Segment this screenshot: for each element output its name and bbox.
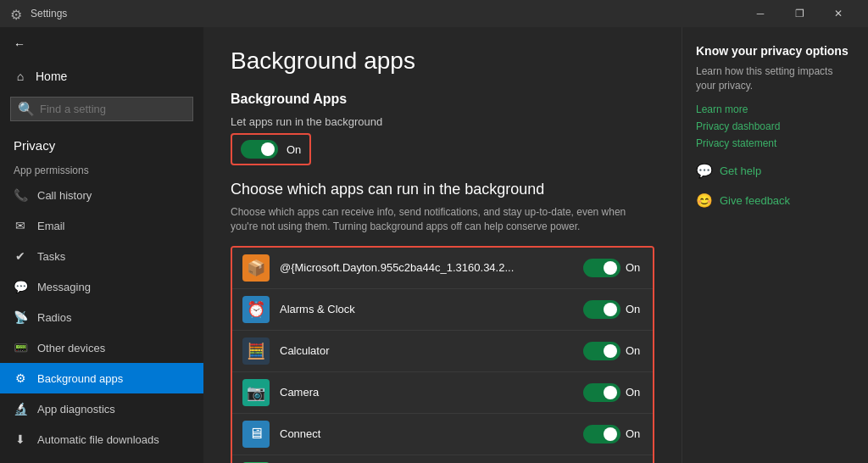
- connect-toggle-label: On: [626, 427, 643, 440]
- dayton-name: @{Microsoft.Dayton.955c2ba44c_1.3160.34.…: [280, 261, 573, 274]
- radios-label: Radios: [37, 311, 71, 324]
- close-button[interactable]: ✕: [819, 0, 858, 27]
- calculator-icon: 🧮: [242, 337, 270, 365]
- dayton-toggle-label: On: [626, 261, 643, 274]
- choose-section-title: Choose which apps can run in the backgro…: [231, 181, 654, 198]
- minimize-button[interactable]: ─: [741, 0, 780, 27]
- app-row-camera: 📷 Camera On: [232, 372, 653, 414]
- search-box[interactable]: 🔍: [10, 97, 193, 121]
- search-input[interactable]: [40, 103, 186, 115]
- sidebar-item-email[interactable]: ✉ Email: [0, 210, 203, 241]
- background-apps-icon: ⚙: [14, 371, 27, 385]
- email-icon: ✉: [14, 219, 27, 232]
- messaging-label: Messaging: [37, 281, 91, 293]
- calculator-name: Calculator: [280, 344, 573, 357]
- get-help-action[interactable]: 💬 Get help: [696, 163, 854, 179]
- privacy-dashboard-link[interactable]: Privacy dashboard: [696, 120, 854, 132]
- app-row-alarms-clock: ⏰ Alarms & Clock On: [232, 289, 653, 331]
- sidebar-item-home[interactable]: ⌂ Home: [0, 61, 203, 92]
- right-panel: Know your privacy options Learn how this…: [682, 27, 868, 463]
- alarms-clock-toggle[interactable]: [583, 300, 620, 319]
- give-feedback-icon: 😊: [696, 192, 713, 209]
- app-container: ← ⌂ Home 🔍 Privacy App permissions 📞 Cal…: [0, 27, 868, 463]
- toggle-description: Let apps run in the background: [231, 115, 654, 128]
- tasks-label: Tasks: [37, 250, 65, 263]
- radios-icon: 📡: [14, 310, 27, 324]
- sidebar-item-tasks[interactable]: ✔ Tasks: [0, 241, 203, 271]
- settings-window-icon: ⚙: [10, 7, 24, 20]
- get-help-icon: 💬: [696, 163, 713, 179]
- right-panel-desc: Learn how this setting impacts your priv…: [696, 64, 854, 93]
- search-icon: 🔍: [18, 101, 35, 117]
- sidebar-item-background-apps[interactable]: ⚙ Background apps: [0, 363, 203, 393]
- learn-more-link[interactable]: Learn more: [696, 103, 854, 115]
- sidebar: ← ⌂ Home 🔍 Privacy App permissions 📞 Cal…: [0, 27, 203, 463]
- alarms-clock-toggle-label: On: [626, 303, 643, 315]
- camera-toggle-label: On: [626, 386, 643, 399]
- messaging-icon: 💬: [14, 280, 27, 293]
- calculator-toggle[interactable]: [583, 342, 620, 360]
- background-apps-label: Background apps: [37, 372, 123, 385]
- main-content: Background apps Background Apps Let apps…: [203, 27, 682, 463]
- right-panel-title: Know your privacy options: [696, 44, 854, 58]
- auto-file-downloads-label: Automatic file downloads: [37, 433, 159, 446]
- home-icon: ⌂: [14, 70, 27, 83]
- restore-button[interactable]: ❐: [780, 0, 819, 27]
- app-row-dayton: 📦 @{Microsoft.Dayton.955c2ba44c_1.3160.3…: [232, 248, 653, 289]
- background-apps-toggle[interactable]: [241, 140, 278, 159]
- titlebar: ⚙ Settings ─ ❐ ✕: [0, 0, 868, 27]
- sidebar-item-messaging[interactable]: 💬 Messaging: [0, 271, 203, 302]
- sidebar-item-radios[interactable]: 📡 Radios: [0, 302, 203, 332]
- toggle-on-label: On: [287, 143, 301, 156]
- app-row-calculator: 🧮 Calculator On: [232, 331, 653, 372]
- alarms-clock-icon: ⏰: [242, 296, 270, 323]
- get-help-label: Get help: [720, 165, 761, 177]
- titlebar-controls: ─ ❐ ✕: [741, 0, 858, 27]
- dayton-toggle-area: On: [583, 259, 643, 277]
- app-row-connect: 🖥 Connect On: [232, 414, 653, 455]
- alarms-clock-name: Alarms & Clock: [280, 303, 573, 315]
- app-row-feedback-hub: 💬 Feedback Hub On: [232, 455, 653, 463]
- app-diagnostics-label: App diagnostics: [37, 403, 115, 416]
- sidebar-item-call-history[interactable]: 📞 Call history: [0, 180, 203, 210]
- app-list: 📦 @{Microsoft.Dayton.955c2ba44c_1.3160.3…: [231, 246, 654, 463]
- call-history-icon: 📞: [14, 188, 27, 202]
- choose-description: Choose which apps can receive info, send…: [231, 205, 654, 234]
- dayton-icon: 📦: [242, 254, 270, 282]
- page-title: Background apps: [231, 47, 654, 75]
- connect-name: Connect: [280, 427, 573, 440]
- other-devices-icon: 📟: [14, 341, 27, 354]
- sidebar-item-app-diagnostics[interactable]: 🔬 App diagnostics: [0, 393, 203, 424]
- back-icon: ←: [14, 37, 25, 51]
- camera-toggle-area: On: [583, 383, 643, 402]
- home-label: Home: [36, 70, 67, 83]
- tasks-icon: ✔: [14, 249, 27, 263]
- camera-toggle[interactable]: [583, 383, 620, 402]
- privacy-heading: Privacy: [0, 130, 203, 158]
- email-label: Email: [37, 220, 65, 232]
- calculator-toggle-area: On: [583, 342, 643, 360]
- sidebar-item-auto-file-downloads[interactable]: ⬇ Automatic file downloads: [0, 424, 203, 455]
- calculator-toggle-label: On: [626, 344, 643, 357]
- connect-icon: 🖥: [242, 421, 270, 448]
- sidebar-item-documents[interactable]: 📄 Documents: [0, 455, 203, 463]
- call-history-label: Call history: [37, 189, 92, 202]
- titlebar-title: Settings: [31, 8, 741, 20]
- camera-name: Camera: [280, 386, 573, 399]
- section-title: Background Apps: [231, 92, 654, 107]
- app-diagnostics-icon: 🔬: [14, 402, 27, 416]
- sidebar-item-other-devices[interactable]: 📟 Other devices: [0, 332, 203, 363]
- back-button[interactable]: ←: [0, 27, 203, 61]
- give-feedback-action[interactable]: 😊 Give feedback: [696, 192, 854, 209]
- privacy-statement-link[interactable]: Privacy statement: [696, 137, 854, 149]
- other-devices-label: Other devices: [37, 342, 105, 354]
- app-permissions-heading: App permissions: [0, 158, 203, 180]
- connect-toggle[interactable]: [583, 425, 620, 443]
- camera-icon: 📷: [242, 379, 270, 406]
- alarms-clock-toggle-area: On: [583, 300, 643, 319]
- main-toggle-wrapper: On: [231, 133, 311, 165]
- give-feedback-label: Give feedback: [720, 194, 790, 207]
- connect-toggle-area: On: [583, 425, 643, 443]
- dayton-toggle[interactable]: [583, 259, 620, 277]
- auto-file-downloads-icon: ⬇: [14, 432, 27, 446]
